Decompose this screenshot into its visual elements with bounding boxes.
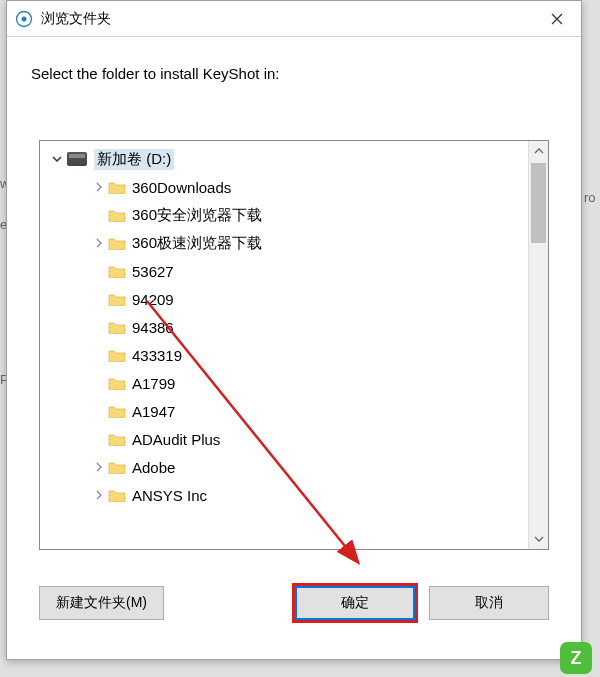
close-button[interactable] [533,1,581,37]
tree-item-label: 360安全浏览器下载 [132,206,262,225]
folder-icon [108,208,126,222]
tree-item[interactable]: 433319 [40,341,528,369]
folder-browse-dialog: 浏览文件夹 Select the folder to install KeySh… [6,0,582,660]
folder-icon [108,376,126,390]
tree-item[interactable]: 94386 [40,313,528,341]
chevron-down-icon [534,534,544,544]
scrollbar-thumb[interactable] [531,163,546,243]
tree-item-label: A1947 [132,403,175,420]
tree-item[interactable]: ANSYS Inc [40,481,528,509]
chevron-right-icon[interactable] [90,238,108,248]
edge-sliver-right: ro [584,190,600,205]
tree-item[interactable]: 360安全浏览器下载 [40,201,528,229]
tree-item[interactable]: A1947 [40,397,528,425]
tree-item-label: 94386 [132,319,174,336]
folder-icon [108,320,126,334]
tree-item-label: 新加卷 (D:) [94,149,174,170]
tree-item-label: Adobe [132,459,175,476]
tree-item-label: 360极速浏览器下载 [132,234,262,253]
close-icon [551,13,563,25]
tree-item-drive[interactable]: 新加卷 (D:) [40,145,528,173]
scroll-up-button[interactable] [529,141,548,161]
cancel-button[interactable]: 取消 [429,586,549,620]
folder-icon [108,236,126,250]
vertical-scrollbar[interactable] [528,141,548,549]
chevron-right-icon[interactable] [90,490,108,500]
new-folder-button[interactable]: 新建文件夹(M) [39,586,164,620]
scroll-down-button[interactable] [529,529,548,549]
drive-icon [66,152,88,166]
title-bar: 浏览文件夹 [7,1,581,37]
folder-icon [108,432,126,446]
folder-tree[interactable]: 新加卷 (D:) 360Downloads 360安全浏览器下载 360极速浏览… [40,141,528,549]
watermark-badge-icon: Z [560,642,592,674]
tree-item[interactable]: 53627 [40,257,528,285]
folder-icon [108,180,126,194]
tree-item[interactable]: 94209 [40,285,528,313]
svg-point-1 [22,16,27,21]
tree-item[interactable]: Adobe [40,453,528,481]
chevron-down-icon[interactable] [48,154,66,164]
chevron-up-icon [534,146,544,156]
folder-icon [108,348,126,362]
tree-item[interactable]: 360极速浏览器下载 [40,229,528,257]
chevron-right-icon[interactable] [90,462,108,472]
tree-item[interactable]: A1799 [40,369,528,397]
folder-icon [108,460,126,474]
dialog-title: 浏览文件夹 [41,10,533,28]
tree-item-label: ADAudit Plus [132,431,220,448]
tree-item[interactable]: ADAudit Plus [40,425,528,453]
tree-item-label: A1799 [132,375,175,392]
app-icon [15,10,33,28]
instruction-text: Select the folder to install KeyShot in: [7,37,581,92]
watermark: Z [560,639,596,677]
chevron-right-icon[interactable] [90,182,108,192]
tree-item-label: 433319 [132,347,182,364]
tree-item-label: 94209 [132,291,174,308]
tree-item[interactable]: 360Downloads [40,173,528,201]
folder-icon [108,292,126,306]
tree-item-label: ANSYS Inc [132,487,207,504]
tree-item-label: 360Downloads [132,179,231,196]
button-row: 新建文件夹(M) 确定 取消 [7,568,581,638]
folder-icon [108,488,126,502]
tree-item-label: 53627 [132,263,174,280]
folder-icon [108,264,126,278]
folder-icon [108,404,126,418]
folder-tree-container: 新加卷 (D:) 360Downloads 360安全浏览器下载 360极速浏览… [39,140,549,550]
ok-button[interactable]: 确定 [295,586,415,620]
